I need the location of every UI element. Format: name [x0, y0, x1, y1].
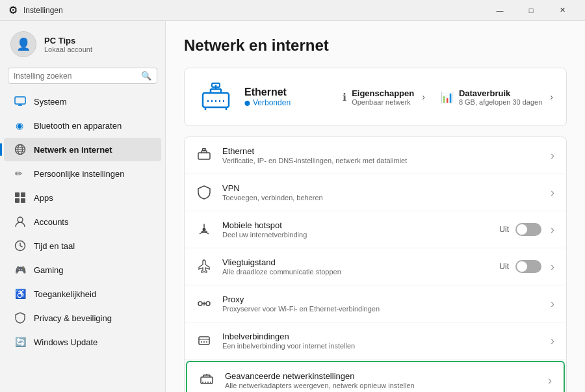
svg-text:🎮: 🎮 [15, 265, 26, 276]
app-container: 👤 PC Tips Lokaal account 🔍 Systeem ◉ Blu… [0, 21, 585, 392]
setting-icon-proxy [196, 296, 212, 311]
sidebar-item-systeem[interactable]: Systeem [4, 90, 161, 113]
page-title: Netwerk en internet [184, 36, 567, 55]
svg-rect-10 [15, 192, 20, 197]
setting-row-hotspot[interactable]: Mobiele hotspot Deel uw internetverbindi… [185, 211, 566, 248]
svg-point-42 [206, 302, 210, 306]
svg-text:♿: ♿ [15, 289, 26, 300]
nav-icon-systeem [14, 96, 26, 107]
chevron-right-geavanceerd: › [548, 374, 552, 387]
search-icon: 🔍 [141, 71, 151, 81]
status-name: Ethernet [244, 86, 332, 98]
setting-desc-inbel: Een inbelverbinding voor internet instel… [222, 342, 538, 350]
setting-row-ethernet[interactable]: Ethernet Verificatie, IP- en DNS-instell… [185, 137, 566, 174]
setting-row-inbel[interactable]: Inbelverbindingen Een inbelverbinding vo… [185, 322, 566, 359]
setting-right-ethernet: › [548, 149, 554, 163]
sidebar-item-bluetooth[interactable]: ◉ Bluetooth en apparaten [4, 114, 161, 137]
app-icon: ⚙ [8, 5, 18, 16]
sidebar-item-toegankelijk[interactable]: ♿ Toegankelijkheid [4, 282, 161, 306]
nav-icon-accounts [14, 216, 26, 228]
sidebar-item-persoonlijk[interactable]: ✏ Persoonlijke instellingen [4, 162, 161, 185]
sidebar-item-apps[interactable]: Apps [4, 186, 161, 209]
setting-row-geavanceerd[interactable]: Geavanceerde netwerkinstellingen Alle ne… [186, 361, 565, 392]
svg-point-14 [18, 217, 23, 222]
status-item-datausage[interactable]: 📊 Dataverbruik 8 GB, afgelopen 30 dagen … [441, 88, 553, 106]
sidebar-item-label-accounts: Accounts [34, 217, 68, 227]
setting-desc-vliegtuig: Alle draadloze communicatie stoppen [222, 268, 489, 276]
toggle-vliegtuig[interactable] [515, 260, 541, 273]
toggle-label-hotspot: Uit [499, 225, 509, 234]
setting-icon-vpn [196, 185, 212, 200]
setting-title-geavanceerd: Geavanceerde netwerkinstellingen [225, 371, 535, 381]
status-card[interactable]: Ethernet Verbonden ℹ Eigenschappen Openb… [184, 68, 567, 126]
svg-rect-12 [15, 198, 20, 203]
svg-point-48 [203, 341, 205, 343]
svg-point-47 [201, 341, 202, 343]
svg-rect-45 [199, 337, 209, 345]
sidebar-item-windows[interactable]: 🔄 Windows Update [4, 330, 161, 354]
maximize-button[interactable]: □ [516, 0, 546, 21]
setting-title-ethernet: Ethernet [222, 146, 538, 156]
toggle-hotspot[interactable] [515, 223, 541, 236]
setting-desc-ethernet: Verificatie, IP- en DNS-instellingen, ne… [222, 157, 538, 164]
search-input[interactable] [14, 72, 137, 81]
svg-text:✏: ✏ [15, 168, 23, 179]
window-controls: — □ ✕ [485, 0, 577, 21]
close-button[interactable]: ✕ [547, 0, 577, 21]
status-item-text-datausage: Dataverbruik 8 GB, afgelopen 30 dagen [459, 88, 542, 106]
sidebar-item-accounts[interactable]: Accounts [4, 210, 161, 233]
sidebar-item-label-gaming: Gaming [34, 265, 64, 275]
sidebar-item-gaming[interactable]: 🎮 Gaming [4, 258, 161, 281]
sidebar-item-label-systeem: Systeem [34, 97, 67, 107]
chevron-right-icon2: › [550, 92, 553, 102]
setting-desc-geavanceerd: Alle netwerkadapters weergeven, netwerk … [225, 382, 535, 389]
setting-row-vpn[interactable]: VPN Toevoegen, verbinden, beheren › [185, 174, 566, 211]
chevron-right-icon: › [422, 92, 425, 102]
settings-list: Ethernet Verificatie, IP- en DNS-instell… [184, 137, 567, 392]
setting-icon-geavanceerd [199, 372, 214, 388]
title-bar: ⚙ Instellingen — □ ✕ [0, 0, 585, 21]
chevron-right-ethernet: › [551, 149, 554, 163]
setting-right-vliegtuig: Uit › [499, 260, 554, 274]
nav-icon-bluetooth: ◉ [14, 120, 26, 131]
setting-row-vliegtuig[interactable]: Vliegtuigstand Alle draadloze communicat… [185, 248, 566, 285]
sidebar-item-tijd[interactable]: Tijd en taal [4, 234, 161, 257]
sidebar-item-privacy[interactable]: Privacy & beveiliging [4, 306, 161, 330]
setting-right-inbel: › [548, 334, 554, 348]
setting-text-inbel: Inbelverbindingen Een inbelverbinding vo… [222, 332, 538, 350]
nav-icon-tijd [14, 240, 26, 252]
chevron-right-vliegtuig: › [551, 260, 554, 274]
nav-icon-persoonlijk: ✏ [14, 168, 26, 179]
nav-icon-netwerk [14, 144, 26, 155]
chevron-right-inbel: › [551, 334, 554, 348]
svg-rect-11 [21, 192, 25, 197]
svg-line-17 [20, 246, 23, 247]
toggle-label-vliegtuig: Uit [499, 262, 509, 271]
status-connected: Verbonden [244, 98, 332, 107]
setting-title-vliegtuig: Vliegtuigstand [222, 257, 489, 267]
svg-rect-0 [15, 97, 25, 104]
status-right: ℹ Eigenschappen Openbaar netwerk › 📊 Dat… [343, 88, 553, 106]
setting-right-vpn: › [548, 186, 554, 200]
sidebar-item-label-bluetooth: Bluetooth en apparaten [34, 121, 122, 131]
search-box[interactable]: 🔍 [8, 68, 157, 84]
chevron-right-vpn: › [551, 186, 554, 200]
ethernet-icon-large [198, 79, 234, 115]
setting-icon-vliegtuig [196, 259, 212, 274]
chevron-right-proxy: › [551, 297, 554, 311]
prop1-label: Eigenschappen [352, 88, 414, 98]
status-item-text-properties: Eigenschappen Openbaar netwerk [352, 88, 414, 106]
sidebar: 👤 PC Tips Lokaal account 🔍 Systeem ◉ Blu… [0, 21, 166, 392]
setting-text-vliegtuig: Vliegtuigstand Alle draadloze communicat… [222, 257, 489, 276]
sidebar-item-netwerk[interactable]: Netwerk en internet [4, 138, 161, 161]
svg-rect-34 [198, 153, 210, 159]
user-role: Lokaal account [44, 46, 92, 53]
avatar: 👤 [10, 31, 36, 57]
nav-icon-windows: 🔄 [14, 336, 26, 348]
setting-title-proxy: Proxy [222, 294, 538, 304]
prop1-value: Openbaar netwerk [352, 98, 414, 106]
minimize-button[interactable]: — [485, 0, 515, 21]
user-name: PC Tips [44, 36, 92, 46]
status-item-properties[interactable]: ℹ Eigenschappen Openbaar netwerk › [343, 88, 425, 106]
setting-row-proxy[interactable]: Proxy Proxyserver voor Wi-Fi- en Etherne… [185, 285, 566, 322]
